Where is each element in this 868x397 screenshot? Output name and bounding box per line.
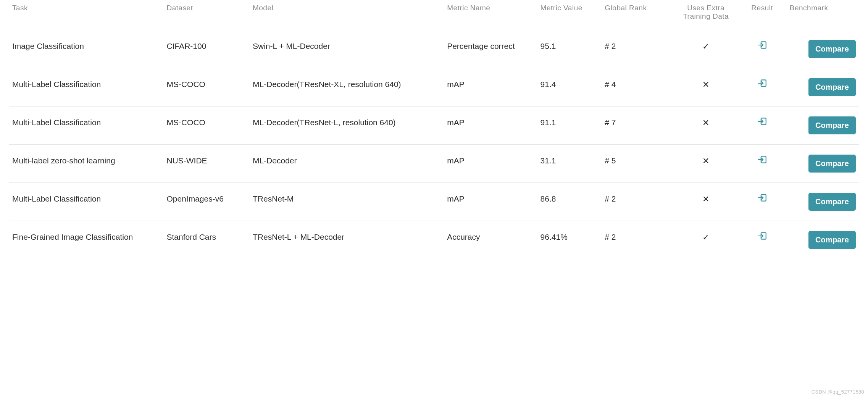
compare-button[interactable]: Compare	[808, 78, 856, 96]
header-task[interactable]: Task	[9, 0, 163, 30]
table-header-row: Task Dataset Model Metric Name Metric Va…	[9, 0, 859, 30]
header-model[interactable]: Model	[250, 0, 444, 30]
cell-model[interactable]: ML-Decoder(TResNet-XL, resolution 640)	[250, 68, 444, 107]
table-row: Fine-Grained Image ClassificationStanfor…	[9, 221, 859, 259]
cell-extra-data: ✕	[674, 107, 737, 145]
compare-button[interactable]: Compare	[808, 116, 856, 134]
header-dataset[interactable]: Dataset	[163, 0, 250, 30]
x-icon: ✕	[702, 80, 709, 89]
cell-metric-value: 91.4	[537, 68, 602, 107]
cell-benchmark: Compare	[787, 68, 859, 107]
cell-task[interactable]: Multi-label zero-shot learning	[9, 145, 163, 183]
cell-global-rank[interactable]: # 7	[602, 107, 674, 145]
cell-dataset[interactable]: MS-COCO	[163, 68, 250, 107]
x-icon: ✕	[702, 194, 709, 204]
cell-metric-name: mAP	[444, 145, 537, 183]
table-row: Image ClassificationCIFAR-100Swin-L + ML…	[9, 30, 859, 68]
cell-metric-name: mAP	[444, 183, 537, 221]
cell-extra-data: ✓	[674, 221, 737, 259]
cell-global-rank[interactable]: # 4	[602, 68, 674, 107]
cell-benchmark: Compare	[787, 145, 859, 183]
cell-extra-data: ✕	[674, 145, 737, 183]
table-row: Multi-label zero-shot learningNUS-WIDEML…	[9, 145, 859, 183]
cell-task[interactable]: Multi-Label Classification	[9, 107, 163, 145]
cell-metric-value: 86.8	[537, 183, 602, 221]
cell-model[interactable]: ML-Decoder	[250, 145, 444, 183]
enter-result-icon[interactable]	[757, 81, 767, 90]
compare-button[interactable]: Compare	[808, 155, 856, 173]
cell-metric-name: Accuracy	[444, 221, 537, 259]
header-result[interactable]: Result	[738, 0, 787, 30]
cell-benchmark: Compare	[787, 30, 859, 68]
cell-result[interactable]	[738, 183, 787, 221]
cell-result[interactable]	[738, 145, 787, 183]
cell-model[interactable]: TResNet-M	[250, 183, 444, 221]
cell-metric-value: 96.41%	[537, 221, 602, 259]
table-row: Multi-Label ClassificationMS-COCOML-Deco…	[9, 107, 859, 145]
table-row: Multi-Label ClassificationOpenImages-v6T…	[9, 183, 859, 221]
cell-result[interactable]	[738, 221, 787, 259]
cell-metric-value: 91.1	[537, 107, 602, 145]
cell-global-rank[interactable]: # 5	[602, 145, 674, 183]
cell-metric-value: 31.1	[537, 145, 602, 183]
cell-dataset[interactable]: OpenImages-v6	[163, 183, 250, 221]
compare-button[interactable]: Compare	[808, 193, 856, 211]
cell-metric-name: Percentage correct	[444, 30, 537, 68]
cell-extra-data: ✕	[674, 68, 737, 107]
cell-model[interactable]: Swin-L + ML-Decoder	[250, 30, 444, 68]
enter-result-icon[interactable]	[757, 195, 767, 204]
table-row: Multi-Label ClassificationMS-COCOML-Deco…	[9, 68, 859, 107]
compare-button[interactable]: Compare	[808, 40, 856, 58]
x-icon: ✕	[702, 156, 709, 166]
cell-dataset[interactable]: Stanford Cars	[163, 221, 250, 259]
cell-global-rank[interactable]: # 2	[602, 183, 674, 221]
cell-metric-name: mAP	[444, 68, 537, 107]
cell-benchmark: Compare	[787, 221, 859, 259]
check-icon: ✓	[702, 42, 709, 51]
compare-button[interactable]: Compare	[808, 231, 856, 249]
enter-result-icon[interactable]	[757, 157, 767, 166]
cell-model[interactable]: TResNet-L + ML-Decoder	[250, 221, 444, 259]
enter-result-icon[interactable]	[757, 43, 767, 52]
header-global-rank[interactable]: Global Rank	[602, 0, 674, 30]
cell-task[interactable]: Fine-Grained Image Classification	[9, 221, 163, 259]
cell-extra-data: ✓	[674, 30, 737, 68]
cell-extra-data: ✕	[674, 183, 737, 221]
x-icon: ✕	[702, 118, 709, 127]
cell-global-rank[interactable]: # 2	[602, 30, 674, 68]
cell-result[interactable]	[738, 107, 787, 145]
cell-metric-value: 95.1	[537, 30, 602, 68]
cell-dataset[interactable]: CIFAR-100	[163, 30, 250, 68]
enter-result-icon[interactable]	[757, 234, 767, 242]
cell-dataset[interactable]: NUS-WIDE	[163, 145, 250, 183]
header-benchmark[interactable]: Benchmark	[787, 0, 859, 30]
results-table: Task Dataset Model Metric Name Metric Va…	[9, 0, 859, 259]
cell-benchmark: Compare	[787, 183, 859, 221]
header-extra-data[interactable]: Uses Extra Training Data	[674, 0, 737, 30]
header-metric-name[interactable]: Metric Name	[444, 0, 537, 30]
header-metric-value[interactable]: Metric Value	[537, 0, 602, 30]
cell-task[interactable]: Multi-Label Classification	[9, 68, 163, 107]
cell-global-rank[interactable]: # 2	[602, 221, 674, 259]
cell-dataset[interactable]: MS-COCO	[163, 107, 250, 145]
cell-task[interactable]: Multi-Label Classification	[9, 183, 163, 221]
enter-result-icon[interactable]	[757, 119, 767, 128]
cell-result[interactable]	[738, 68, 787, 107]
cell-benchmark: Compare	[787, 107, 859, 145]
cell-task[interactable]: Image Classification	[9, 30, 163, 68]
check-icon: ✓	[702, 232, 709, 242]
cell-metric-name: mAP	[444, 107, 537, 145]
cell-result[interactable]	[738, 30, 787, 68]
cell-model[interactable]: ML-Decoder(TResNet-L, resolution 640)	[250, 107, 444, 145]
